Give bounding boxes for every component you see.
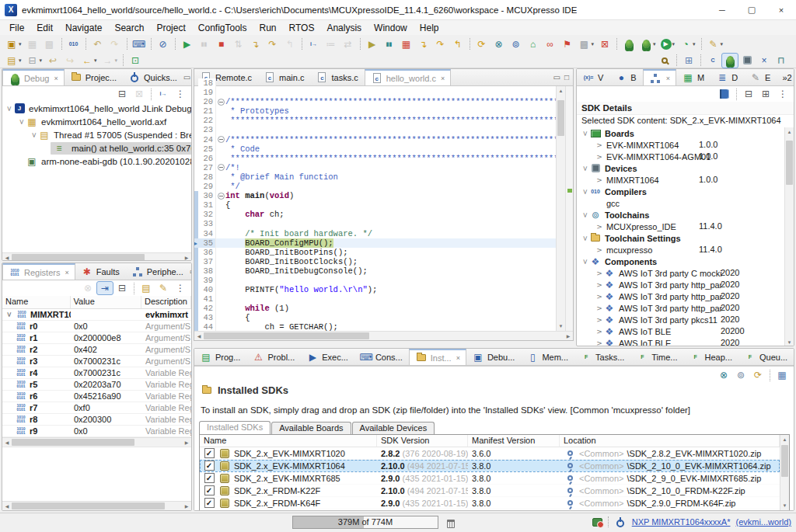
minimize-view-button[interactable]: ▭ — [183, 73, 190, 82]
sdks-tab-available-boards[interactable]: Available Boards — [271, 422, 351, 434]
sdk-checkbox[interactable]: ✓ — [203, 497, 215, 509]
forward-button[interactable]: →▾ — [100, 53, 120, 68]
sdk-checkbox[interactable]: ✓ — [203, 509, 215, 511]
binary-utilities-button[interactable]: 010 — [65, 37, 82, 52]
step-return-all-button[interactable]: ↰ — [449, 37, 466, 52]
code-line[interactable]: 31{ — [194, 200, 556, 210]
heap-status[interactable]: 379M of 774M — [292, 516, 438, 529]
perspective-device-button[interactable] — [738, 53, 756, 68]
debug-tab-debug[interactable]: Debug× — [2, 69, 65, 85]
collapse-all-button[interactable]: ⊟ — [113, 281, 131, 295]
view-menu-icon[interactable]: ⋮ — [172, 87, 189, 101]
sdk-row-sdk-2-x-evk-mimxrt1064[interactable]: ✓SDK_2.x_EVK-MIMXRT10642.10.0 (494 2021-… — [200, 460, 780, 472]
code-line[interactable]: 27/*! — [194, 163, 556, 172]
register-row[interactable]: 10100101r20x402Argument/S — [2, 344, 191, 356]
open-new-window-button[interactable]: ⊡ — [127, 53, 144, 68]
code-line[interactable]: 36 BOARD_InitBootPins(); — [194, 248, 556, 257]
debug-tree-item[interactable]: >Jevkmimxrt1064_hello_world JLink Debug … — [2, 102, 191, 115]
code-line[interactable]: 26 *************************************… — [194, 154, 556, 163]
edit-register-group-button[interactable]: ✎ — [155, 281, 172, 295]
menu-navigate[interactable]: Navigate — [59, 22, 108, 34]
sdk-column-location[interactable]: Location — [560, 435, 780, 447]
bottom-tab-inst[interactable]: Inst...× — [409, 349, 466, 365]
sdk-column-manifest-version[interactable]: Manifest Version — [468, 435, 560, 447]
sdks-tab-available-devices[interactable]: Available Devices — [352, 422, 435, 434]
vertical-scrollbar[interactable]: ▲▼ — [784, 127, 794, 346]
sdk-tree-item[interactable]: gcc — [577, 197, 784, 209]
build-targets-button[interactable]: ▩▾ — [576, 37, 597, 52]
perspective-trace-button[interactable]: ⊓ — [773, 53, 790, 68]
sdk-checkbox[interactable]: ✓ — [203, 460, 215, 472]
sdk-tree-item[interactable]: >MIMXRT10641.0.0 — [577, 174, 784, 186]
project-link[interactable]: (evkmi...world) — [735, 517, 791, 527]
menu-analysis[interactable]: Analysis — [320, 22, 368, 34]
fold-icon[interactable] — [218, 99, 225, 106]
disconnect-button[interactable]: ⇅ — [230, 37, 247, 52]
sdk-tree-item[interactable]: >010Compilers — [577, 186, 784, 197]
registers-column-description[interactable]: Description — [141, 296, 191, 308]
sdk-checkbox[interactable]: ✓ — [203, 485, 215, 497]
menu-edit[interactable]: Edit — [30, 22, 59, 34]
register-row[interactable]: 10100101r70xf0Variable Reg — [2, 402, 191, 414]
register-row[interactable]: >10100101MIMXRT10evkmimxrt — [2, 309, 191, 321]
code-line[interactable]: 35▶ BOARD_ConfigMPU(); — [194, 238, 556, 248]
show-documentation-button[interactable] — [716, 87, 733, 101]
bottom-tab-tasks[interactable]: FTasks... — [574, 349, 630, 365]
vertical-scrollbar[interactable]: ▲▼ — [556, 86, 565, 331]
bottom-tab-prog[interactable]: ▤Prog... — [194, 349, 246, 365]
device-link[interactable]: NXP MIMXRT1064xxxxA* — [632, 517, 731, 527]
bottom-tab-search[interactable]: Search — [794, 349, 794, 365]
sdk-tree-item[interactable]: >MCUXpresso_IDE11.4.0 — [577, 221, 784, 232]
sdk-tree-item[interactable]: >⊚Toolchains — [577, 209, 784, 221]
horizontal-scrollbar[interactable]: ◀▶ — [2, 501, 191, 510]
close-tab-icon[interactable]: × — [54, 75, 58, 82]
overview-ruler[interactable] — [565, 86, 573, 331]
sdk-tree-item[interactable]: >Boards — [577, 127, 784, 139]
terminate-button[interactable]: ■ — [213, 37, 230, 52]
sdk-tree-item[interactable]: >EVK-MIMXRT1064-AGM011.0.0 — [577, 151, 784, 162]
target-power-button[interactable] — [614, 516, 627, 528]
register-row[interactable]: 10100101r50x20203a70Variable Reg — [2, 379, 191, 391]
overview-marker[interactable] — [567, 189, 572, 193]
code-line[interactable]: 23 — [194, 125, 556, 134]
delete-button[interactable]: ⊠ — [596, 37, 613, 52]
suspend-button[interactable]: ▮▮ — [196, 37, 213, 52]
code-line[interactable]: 41 — [194, 294, 556, 304]
debug-tree-item[interactable]: >▤Thread #1 57005 (Suspended : Breakpoin… — [2, 128, 191, 141]
refresh-sdks-button[interactable]: ⟳ — [749, 367, 766, 383]
minimize-button[interactable]: ─ — [707, 0, 737, 19]
layout-toggle-button[interactable]: ⇥ — [96, 281, 113, 295]
code-line[interactable]: 22 *************************************… — [194, 116, 556, 125]
view-menu-icon[interactable]: ⋮ — [774, 87, 791, 101]
code-line[interactable]: 28 * @brief Main function — [194, 172, 556, 182]
code-line[interactable]: 25 * Code — [194, 144, 556, 154]
configtools-button[interactable]: ✎▾ — [705, 37, 726, 52]
vertical-scrollbar[interactable]: ▲▼ — [780, 435, 789, 510]
perspective-x-button[interactable]: × — [756, 53, 773, 68]
close-button[interactable]: × — [766, 0, 796, 19]
sdk-tree-item[interactable]: >❖AWS IoT 3rd party C mocki2020 — [577, 267, 784, 279]
debug-as-button[interactable]: ▾ — [637, 37, 658, 52]
remove-terminated-button[interactable]: ⊠ — [131, 87, 148, 101]
back-annotation-button[interactable]: ↩ — [44, 53, 61, 68]
view-menu-icon[interactable]: ⋮ — [172, 281, 189, 295]
step-over-button[interactable]: ↷ — [264, 37, 281, 52]
minimize-view-button[interactable]: ▭ — [190, 267, 192, 276]
run-button[interactable]: ▶▾ — [658, 37, 678, 52]
register-row[interactable]: 10100101r30x7000231cArgument/S — [2, 356, 191, 367]
view-disassembly-button[interactable]: ≔ — [323, 37, 340, 52]
forward-annotation-button[interactable]: ↪ — [61, 53, 79, 68]
menu-rtos[interactable]: RTOS — [283, 22, 321, 34]
restart-button[interactable]: ▶ — [364, 37, 381, 52]
horizontal-scrollbar[interactable]: ◀▶ — [2, 437, 191, 447]
perspective-develop-button[interactable]: C — [704, 53, 721, 68]
reset-target-button[interactable]: ⟳ — [473, 37, 491, 52]
redo-button[interactable]: ↷ — [106, 37, 124, 52]
maximize-view-button[interactable]: □ — [564, 73, 569, 82]
bottom-tab-heap[interactable]: FHeap... — [684, 349, 738, 365]
fold-icon[interactable] — [218, 193, 225, 200]
step-over-all-button[interactable]: ↷ — [432, 37, 449, 52]
expander-icon[interactable]: > — [30, 131, 38, 139]
code-line[interactable]: 19 — [194, 88, 556, 97]
sdk-tree-item[interactable]: >Toolchain Settings — [577, 232, 784, 244]
